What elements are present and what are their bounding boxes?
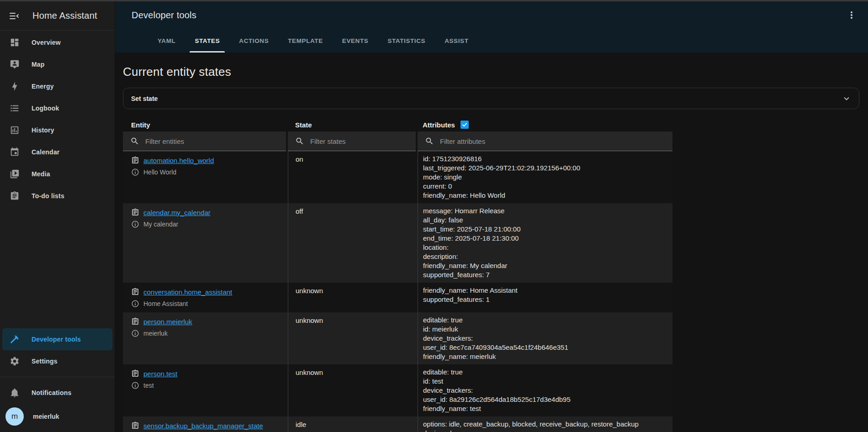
lightning-bolt-icon xyxy=(10,81,20,91)
tooltip-account-icon xyxy=(10,59,20,69)
copy-entity-id-icon[interactable] xyxy=(131,208,139,216)
state-cell: unknown xyxy=(288,312,418,364)
search-icon xyxy=(425,137,434,146)
entity-friendly-name: Hello World xyxy=(143,169,176,176)
attribute-line: friendly_name: test xyxy=(423,404,668,413)
filter-entities-input[interactable] xyxy=(145,137,270,145)
play-box-multiple-icon xyxy=(10,169,20,179)
entity-friendly-name: My calendar xyxy=(143,221,178,228)
attribute-line: supported_features: 1 xyxy=(423,295,668,304)
entity-link[interactable]: person.test xyxy=(143,370,177,378)
sidebar-item-history[interactable]: History xyxy=(2,119,112,141)
attribute-line: user_id: 8a29126c2d564da18b525c17d3e4db9… xyxy=(423,395,668,404)
table-row: automation.hello_worldHello Worldonid: 1… xyxy=(123,151,672,203)
attribute-line: id: 1751230926816 xyxy=(423,154,668,163)
sidebar-item-map[interactable]: Map xyxy=(2,53,112,75)
info-icon[interactable] xyxy=(131,168,139,176)
attribute-line: mode: single xyxy=(423,173,668,182)
attribute-filter xyxy=(418,132,672,151)
sidebar-item-todo-lists[interactable]: To-do lists xyxy=(2,185,112,207)
sidebar-item-label: Notifications xyxy=(32,389,71,396)
attributes-cell: editable: trueid: testdevice_trackers:us… xyxy=(418,364,672,416)
attribute-line: supported_features: 7 xyxy=(423,270,668,279)
user-profile-item[interactable]: m meierluk xyxy=(0,404,115,429)
attribute-line: start_time: 2025-07-18 21:00:00 xyxy=(423,225,668,234)
sidebar-item-logbook[interactable]: Logbook xyxy=(2,97,112,119)
entity-link[interactable]: conversation.home_assistant xyxy=(143,288,232,296)
tab-template[interactable]: TEMPLATE xyxy=(278,29,333,53)
tab-assist[interactable]: ASSIST xyxy=(435,29,478,53)
copy-entity-id-icon[interactable] xyxy=(131,317,139,326)
attribute-line: description: xyxy=(423,252,668,261)
copy-entity-id-icon[interactable] xyxy=(131,421,139,430)
entity-friendly-name: test xyxy=(143,382,154,389)
sidebar-item-label: Map xyxy=(32,61,45,68)
table-row: sensor.backup_backup_manager_stateBackup… xyxy=(123,416,672,432)
entity-link[interactable]: sensor.backup_backup_manager_state xyxy=(143,422,263,430)
attribute-line: friendly_name: meierluk xyxy=(423,352,668,361)
avatar: m xyxy=(5,407,24,426)
attributes-cell: id: 1751230926816last_triggered: 2025-06… xyxy=(418,151,672,203)
entity-cell: sensor.backup_backup_manager_stateBackup… xyxy=(123,416,288,432)
sidebar-item-label: Settings xyxy=(32,358,58,365)
info-icon[interactable] xyxy=(131,220,139,228)
sidebar-item-label: History xyxy=(32,126,54,134)
info-icon[interactable] xyxy=(131,381,139,390)
sidebar-divider xyxy=(0,377,115,377)
attribute-line: friendly_name: My calendar xyxy=(423,261,668,270)
sidebar-item-media[interactable]: Media xyxy=(2,163,112,185)
copy-entity-id-icon[interactable] xyxy=(131,369,139,378)
entity-link[interactable]: person.meierluk xyxy=(143,318,192,326)
chart-box-icon xyxy=(10,125,20,135)
attribute-line: device_trackers: xyxy=(423,334,668,343)
attribute-line: end_time: 2025-07-18 21:30:00 xyxy=(423,234,668,243)
kebab-menu-icon[interactable] xyxy=(846,10,857,21)
attribute-line: last_triggered: 2025-06-29T21:02:29.1921… xyxy=(423,163,668,173)
copy-entity-id-icon[interactable] xyxy=(131,156,139,164)
state-cell: idle xyxy=(288,416,418,432)
filter-attributes-input[interactable] xyxy=(440,137,638,145)
sidebar-item-overview[interactable]: Overview xyxy=(2,32,112,53)
sidebar-toggle-icon[interactable] xyxy=(9,11,20,21)
sidebar-item-label: To-do lists xyxy=(32,192,64,200)
attribute-line: editable: true xyxy=(423,316,668,325)
entity-cell: person.meierlukmeierluk xyxy=(123,312,288,364)
state-cell: unknown xyxy=(288,283,418,312)
copy-entity-id-icon[interactable] xyxy=(131,288,139,296)
sidebar-item-energy[interactable]: Energy xyxy=(2,75,112,97)
tab-statistics[interactable]: STATISTICS xyxy=(378,29,435,53)
filter-states-input[interactable] xyxy=(310,137,407,145)
search-icon xyxy=(130,137,139,146)
sidebar-item-developer-tools[interactable]: Developer tools xyxy=(2,328,112,350)
info-icon[interactable] xyxy=(131,329,139,337)
sidebar: Home Assistant OverviewMapEnergyLogbookH… xyxy=(0,1,115,432)
entity-link[interactable]: calendar.my_calendar xyxy=(143,209,211,216)
table-body: automation.hello_worldHello Worldonid: 1… xyxy=(123,151,672,432)
entity-link[interactable]: automation.hello_world xyxy=(143,157,214,164)
entity-states-table: Entity State Attributes xyxy=(123,118,672,432)
entity-friendly-name: meierluk xyxy=(143,330,168,337)
sidebar-item-calendar[interactable]: Calendar xyxy=(2,141,112,163)
attribute-line: message: Homarr Release xyxy=(423,206,668,216)
sidebar-item-settings[interactable]: Settings xyxy=(2,350,112,372)
tab-bar: YAMLSTATESACTIONSTEMPLATEEVENTSSTATISTIC… xyxy=(148,29,868,53)
attributes-cell: options: idle, create_backup, blocked, r… xyxy=(418,416,672,432)
calendar-icon xyxy=(10,147,20,157)
attribute-line: options: idle, create_backup, blocked, r… xyxy=(423,420,668,429)
bell-icon xyxy=(10,388,20,398)
attributes-checkbox[interactable] xyxy=(460,121,469,129)
sidebar-item-notifications[interactable]: Notifications xyxy=(2,382,112,404)
attribute-line: user_id: 8ec7ca7409304a5ea54c1f24b646e35… xyxy=(423,343,668,352)
sidebar-nav: OverviewMapEnergyLogbookHistoryCalendarM… xyxy=(0,31,115,207)
hammer-icon xyxy=(10,334,20,344)
set-state-expander[interactable]: Set state xyxy=(123,88,859,109)
sidebar-item-label: Energy xyxy=(32,83,54,90)
tab-events[interactable]: EVENTS xyxy=(333,29,378,53)
tab-yaml[interactable]: YAML xyxy=(148,29,185,53)
tab-states[interactable]: STATES xyxy=(185,29,229,53)
search-icon xyxy=(295,137,304,146)
state-cell: on xyxy=(288,151,418,203)
tab-actions[interactable]: ACTIONS xyxy=(229,29,278,53)
info-icon[interactable] xyxy=(131,300,139,308)
entity-filter xyxy=(123,132,286,151)
